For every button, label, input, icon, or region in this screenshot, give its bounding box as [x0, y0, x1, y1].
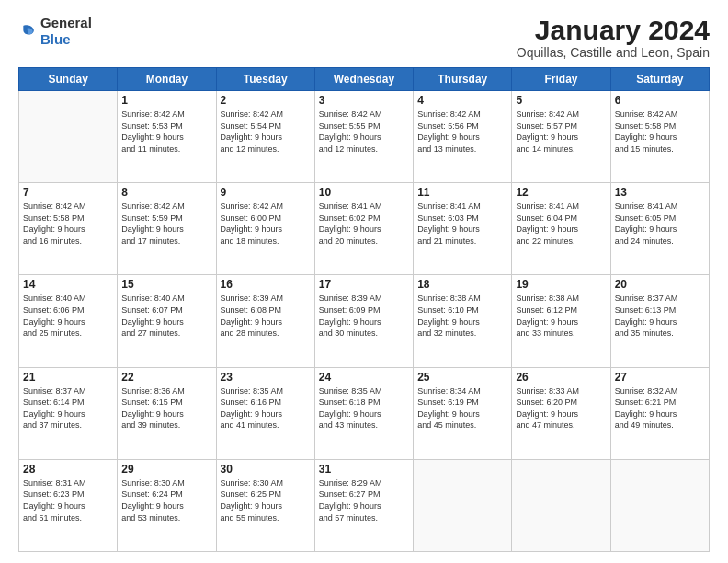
day-info: Sunrise: 8:40 AMSunset: 6:06 PMDaylight:… [23, 293, 113, 339]
day-number: 5 [516, 94, 606, 107]
calendar-week-row: 28Sunrise: 8:31 AMSunset: 6:23 PMDayligh… [19, 459, 710, 551]
calendar-week-row: 21Sunrise: 8:37 AMSunset: 6:14 PMDayligh… [19, 367, 710, 459]
day-number: 10 [319, 186, 409, 199]
day-info: Sunrise: 8:30 AMSunset: 6:24 PMDaylight:… [121, 477, 211, 523]
day-number: 18 [417, 278, 507, 291]
logo-blue: Blue [40, 31, 71, 47]
header-tuesday: Tuesday [216, 68, 314, 91]
table-row: 28Sunrise: 8:31 AMSunset: 6:23 PMDayligh… [19, 459, 118, 551]
calendar-week-row: 14Sunrise: 8:40 AMSunset: 6:06 PMDayligh… [19, 275, 710, 367]
day-info: Sunrise: 8:42 AMSunset: 5:58 PMDaylight:… [615, 109, 705, 155]
day-number: 22 [121, 371, 211, 384]
header: General Blue January 2024 Oquillas, Cast… [18, 15, 710, 60]
day-number: 17 [319, 278, 409, 291]
day-info: Sunrise: 8:38 AMSunset: 6:10 PMDaylight:… [417, 293, 507, 339]
table-row: 20Sunrise: 8:37 AMSunset: 6:13 PMDayligh… [610, 275, 709, 367]
calendar-title: January 2024 [517, 15, 710, 45]
day-number: 15 [121, 278, 211, 291]
day-info: Sunrise: 8:42 AMSunset: 5:57 PMDaylight:… [516, 109, 606, 155]
table-row: 19Sunrise: 8:38 AMSunset: 6:12 PMDayligh… [512, 275, 610, 367]
day-info: Sunrise: 8:34 AMSunset: 6:19 PMDaylight:… [417, 385, 507, 431]
table-row: 17Sunrise: 8:39 AMSunset: 6:09 PMDayligh… [314, 275, 413, 367]
table-row: 12Sunrise: 8:41 AMSunset: 6:04 PMDayligh… [512, 183, 610, 275]
header-sunday: Sunday [19, 68, 118, 91]
day-info: Sunrise: 8:37 AMSunset: 6:14 PMDaylight:… [23, 385, 113, 431]
table-row: 21Sunrise: 8:37 AMSunset: 6:14 PMDayligh… [19, 367, 118, 459]
day-info: Sunrise: 8:42 AMSunset: 6:00 PMDaylight:… [221, 201, 311, 247]
day-info: Sunrise: 8:36 AMSunset: 6:15 PMDaylight:… [121, 385, 211, 431]
logo-text: General Blue [40, 15, 92, 48]
table-row: 29Sunrise: 8:30 AMSunset: 6:24 PMDayligh… [118, 459, 216, 551]
day-number: 27 [615, 371, 705, 384]
day-info: Sunrise: 8:38 AMSunset: 6:12 PMDaylight:… [516, 293, 606, 339]
day-info: Sunrise: 8:41 AMSunset: 6:05 PMDaylight:… [615, 201, 705, 247]
table-row: 31Sunrise: 8:29 AMSunset: 6:27 PMDayligh… [314, 459, 413, 551]
table-row: 7Sunrise: 8:42 AMSunset: 5:58 PMDaylight… [19, 183, 118, 275]
table-row: 25Sunrise: 8:34 AMSunset: 6:19 PMDayligh… [414, 367, 512, 459]
day-info: Sunrise: 8:42 AMSunset: 5:59 PMDaylight:… [121, 201, 211, 247]
table-row: 5Sunrise: 8:42 AMSunset: 5:57 PMDaylight… [512, 91, 610, 183]
day-number: 28 [23, 463, 113, 476]
day-number: 1 [121, 94, 211, 107]
header-friday: Friday [512, 68, 610, 91]
weekday-header-row: Sunday Monday Tuesday Wednesday Thursday… [19, 68, 710, 91]
table-row: 1Sunrise: 8:42 AMSunset: 5:53 PMDaylight… [118, 91, 216, 183]
table-row: 13Sunrise: 8:41 AMSunset: 6:05 PMDayligh… [610, 183, 709, 275]
day-info: Sunrise: 8:35 AMSunset: 6:18 PMDaylight:… [319, 385, 409, 431]
day-info: Sunrise: 8:31 AMSunset: 6:23 PMDaylight:… [23, 477, 113, 523]
header-wednesday: Wednesday [314, 68, 413, 91]
table-row: 15Sunrise: 8:40 AMSunset: 6:07 PMDayligh… [118, 275, 216, 367]
day-number: 12 [516, 186, 606, 199]
day-info: Sunrise: 8:42 AMSunset: 5:58 PMDaylight:… [23, 201, 113, 247]
table-row: 14Sunrise: 8:40 AMSunset: 6:06 PMDayligh… [19, 275, 118, 367]
table-row: 26Sunrise: 8:33 AMSunset: 6:20 PMDayligh… [512, 367, 610, 459]
page: General Blue January 2024 Oquillas, Cast… [0, 0, 728, 563]
day-info: Sunrise: 8:39 AMSunset: 6:08 PMDaylight:… [221, 293, 311, 339]
table-row: 30Sunrise: 8:30 AMSunset: 6:25 PMDayligh… [216, 459, 314, 551]
day-number: 26 [516, 371, 606, 384]
day-number: 4 [417, 94, 507, 107]
table-row: 18Sunrise: 8:38 AMSunset: 6:10 PMDayligh… [414, 275, 512, 367]
table-row: 23Sunrise: 8:35 AMSunset: 6:16 PMDayligh… [216, 367, 314, 459]
calendar-table: Sunday Monday Tuesday Wednesday Thursday… [18, 67, 710, 552]
day-info: Sunrise: 8:30 AMSunset: 6:25 PMDaylight:… [221, 477, 311, 523]
day-number: 9 [221, 186, 311, 199]
day-info: Sunrise: 8:32 AMSunset: 6:21 PMDaylight:… [615, 385, 705, 431]
table-row: 10Sunrise: 8:41 AMSunset: 6:02 PMDayligh… [314, 183, 413, 275]
header-monday: Monday [118, 68, 216, 91]
table-row [414, 459, 512, 551]
table-row: 4Sunrise: 8:42 AMSunset: 5:56 PMDaylight… [414, 91, 512, 183]
table-row: 9Sunrise: 8:42 AMSunset: 6:00 PMDaylight… [216, 183, 314, 275]
day-number: 16 [221, 278, 311, 291]
day-number: 30 [221, 463, 311, 476]
header-thursday: Thursday [414, 68, 512, 91]
day-number: 25 [417, 371, 507, 384]
day-number: 2 [221, 94, 311, 107]
day-number: 3 [319, 94, 409, 107]
table-row [19, 91, 118, 183]
table-row: 8Sunrise: 8:42 AMSunset: 5:59 PMDaylight… [118, 183, 216, 275]
table-row: 24Sunrise: 8:35 AMSunset: 6:18 PMDayligh… [314, 367, 413, 459]
logo-icon [18, 22, 37, 40]
day-number: 6 [615, 94, 705, 107]
day-info: Sunrise: 8:37 AMSunset: 6:13 PMDaylight:… [615, 293, 705, 339]
day-number: 8 [121, 186, 211, 199]
day-info: Sunrise: 8:29 AMSunset: 6:27 PMDaylight:… [319, 477, 409, 523]
day-info: Sunrise: 8:39 AMSunset: 6:09 PMDaylight:… [319, 293, 409, 339]
day-info: Sunrise: 8:40 AMSunset: 6:07 PMDaylight:… [121, 293, 211, 339]
day-info: Sunrise: 8:41 AMSunset: 6:04 PMDaylight:… [516, 201, 606, 247]
day-number: 20 [615, 278, 705, 291]
day-number: 29 [121, 463, 211, 476]
day-number: 19 [516, 278, 606, 291]
table-row: 2Sunrise: 8:42 AMSunset: 5:54 PMDaylight… [216, 91, 314, 183]
header-saturday: Saturday [610, 68, 709, 91]
table-row: 16Sunrise: 8:39 AMSunset: 6:08 PMDayligh… [216, 275, 314, 367]
table-row: 22Sunrise: 8:36 AMSunset: 6:15 PMDayligh… [118, 367, 216, 459]
table-row [610, 459, 709, 551]
table-row [512, 459, 610, 551]
day-number: 13 [615, 186, 705, 199]
title-block: January 2024 Oquillas, Castille and Leon… [517, 15, 710, 60]
calendar-week-row: 7Sunrise: 8:42 AMSunset: 5:58 PMDaylight… [19, 183, 710, 275]
day-info: Sunrise: 8:41 AMSunset: 6:03 PMDaylight:… [417, 201, 507, 247]
day-info: Sunrise: 8:33 AMSunset: 6:20 PMDaylight:… [516, 385, 606, 431]
